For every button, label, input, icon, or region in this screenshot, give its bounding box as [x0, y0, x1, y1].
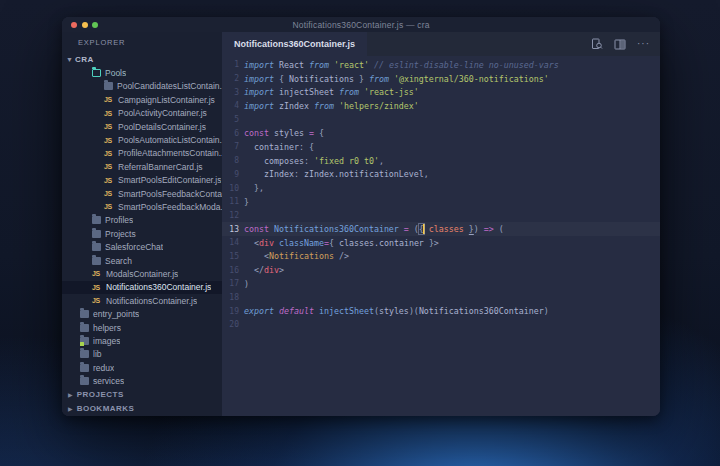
tree-item-helpers[interactable]: helpers: [62, 321, 222, 334]
tree-item-pools[interactable]: Pools: [62, 66, 222, 79]
code-line-16[interactable]: 16 </div>: [222, 263, 660, 277]
code-line-text: import zIndex from 'helpers/zindex': [240, 101, 419, 111]
editor-pane: Notifications360Container.js: [222, 32, 660, 416]
folder-icon: [80, 377, 89, 385]
code-line-text: container: {: [240, 142, 314, 152]
js-file-icon: JS: [104, 163, 114, 170]
js-file-icon: JS: [104, 203, 114, 210]
tree-item-lib[interactable]: lib: [62, 348, 222, 361]
line-number: 2: [222, 74, 240, 83]
code-line-10[interactable]: 10 },: [222, 181, 660, 195]
tree-item-projects[interactable]: Projects: [62, 227, 222, 240]
code-line-text: <Notifications />: [240, 251, 349, 261]
code-line-text: </div>: [240, 265, 284, 275]
tree-item-smartpoolsfeedbackconta-[interactable]: JSSmartPoolsFeedbackConta...: [62, 187, 222, 200]
code-line-9[interactable]: 9 zIndex: zIndex.notificationLevel,: [222, 168, 660, 182]
line-number: 11: [222, 197, 240, 206]
close-button[interactable]: [71, 22, 77, 28]
tree-item-notifications360container-js[interactable]: JSNotifications360Container.js: [62, 281, 222, 294]
code-line-18[interactable]: 18: [222, 291, 660, 305]
tree-item-label: entry_points: [93, 309, 139, 319]
tree-root-cra[interactable]: ▼ CRA: [62, 53, 222, 66]
tree-item-poolactivitycontainer-js[interactable]: JSPoolActivityContainer.js: [62, 107, 222, 120]
code-line-14[interactable]: 14 <div className={ classes.container }>: [222, 236, 660, 250]
tree-item-label: PoolCandidatesListContain...: [117, 81, 222, 91]
line-number: 5: [222, 115, 240, 124]
tree-item-label: services: [93, 376, 124, 386]
minimize-button[interactable]: [82, 22, 88, 28]
code-line-text: <div className={ classes.container }>: [240, 238, 439, 248]
tree-item-poolsautomaticlistcontain-[interactable]: JSPoolsAutomaticListContain...: [62, 133, 222, 146]
tree-item-pooldetailscontainer-js[interactable]: JSPoolDetailsContainer.js: [62, 120, 222, 133]
traffic-lights: [71, 17, 98, 32]
tree-item-label: Notifications360Container.js: [106, 282, 211, 292]
code-line-7[interactable]: 7 container: {: [222, 140, 660, 154]
tab-title: Notifications360Container.js: [234, 39, 355, 49]
code-area[interactable]: 1import React from 'react' // eslint-dis…: [222, 56, 660, 416]
tab-notifications360container[interactable]: Notifications360Container.js: [222, 32, 367, 56]
tree-item-poolcandidateslistcontain-[interactable]: PoolCandidatesListContain...: [62, 80, 222, 93]
folder-icon: [92, 243, 101, 251]
chevron-down-icon: ▼: [66, 56, 75, 63]
folder-icon: [92, 230, 101, 238]
code-line-1[interactable]: 1import React from 'react' // eslint-dis…: [222, 58, 660, 72]
tree-item-campaignlistcontainer-js[interactable]: JSCampaignListContainer.js: [62, 93, 222, 106]
code-line-6[interactable]: 6const styles = {: [222, 126, 660, 140]
code-line-5[interactable]: 5: [222, 113, 660, 127]
folder-icon: [104, 82, 113, 90]
tree-item-services[interactable]: services: [62, 374, 222, 387]
js-file-icon: JS: [104, 123, 114, 130]
tree-item-salesforcechat[interactable]: SalesforceChat: [62, 240, 222, 253]
tree-item-label: Projects: [105, 229, 136, 239]
tree-item-notificationscontainer-js[interactable]: JSNotificationsContainer.js: [62, 294, 222, 307]
code-line-20[interactable]: 20: [222, 318, 660, 332]
section-bookmarks[interactable]: ▶BOOKMARKS: [62, 401, 222, 415]
title-bar[interactable]: Notifications360Container.js — cra: [62, 17, 660, 32]
js-file-icon: JS: [104, 177, 114, 184]
code-line-8[interactable]: 8 composes: 'fixed r0 t0',: [222, 154, 660, 168]
tree-item-search[interactable]: Search: [62, 254, 222, 267]
js-file-icon: JS: [104, 190, 114, 197]
folder-icon: [80, 310, 89, 318]
more-actions-icon[interactable]: ···: [637, 41, 650, 47]
zoom-button[interactable]: [92, 22, 98, 28]
js-file-icon: JS: [104, 150, 114, 157]
tree-item-label: Profiles: [105, 215, 133, 225]
line-number: 20: [222, 320, 240, 329]
code-line-19[interactable]: 19export default injectSheet(styles)(Not…: [222, 304, 660, 318]
section-projects[interactable]: ▶PROJECTS: [62, 388, 222, 402]
tree-item-label: PoolActivityContainer.js: [118, 108, 207, 118]
js-file-icon: JS: [104, 137, 114, 144]
tree-item-images[interactable]: images: [62, 334, 222, 347]
open-preview-icon[interactable]: [591, 38, 603, 50]
code-line-3[interactable]: 3import injectSheet from 'react-jss': [222, 85, 660, 99]
code-line-text: const styles = {: [240, 128, 324, 138]
code-line-13[interactable]: 13const Notifications360Container = ({ c…: [222, 222, 660, 236]
line-number: 7: [222, 142, 240, 151]
tree-item-entry-points[interactable]: entry_points: [62, 307, 222, 320]
code-line-11[interactable]: 11}: [222, 195, 660, 209]
code-line-12[interactable]: 12: [222, 209, 660, 223]
line-number: 12: [222, 211, 240, 220]
tree-item-label: CampaignListContainer.js: [118, 95, 215, 105]
tree-item-profileattachmentscontain-[interactable]: JSProfileAttachmentsContain...: [62, 147, 222, 160]
code-line-15[interactable]: 15 <Notifications />: [222, 250, 660, 264]
line-number: 10: [222, 184, 240, 193]
tab-bar: Notifications360Container.js: [222, 32, 660, 56]
tree-item-modalscontainer-js[interactable]: JSModalsContainer.js: [62, 267, 222, 280]
tree-item-referralbannercard-js[interactable]: JSReferralBannerCard.js: [62, 160, 222, 173]
folder-icon: [80, 350, 89, 358]
code-line-4[interactable]: 4import zIndex from 'helpers/zindex': [222, 99, 660, 113]
open-folder-icon: [92, 69, 101, 77]
tree-item-profiles[interactable]: Profiles: [62, 214, 222, 227]
line-number: 15: [222, 252, 240, 261]
split-editor-icon[interactable]: [614, 39, 626, 50]
tree-item-redux[interactable]: redux: [62, 361, 222, 374]
tree-item-smartpoolsfeedbackmoda-[interactable]: JSSmartPoolsFeedbackModa...: [62, 200, 222, 213]
code-line-2[interactable]: 2import { Notifications } from '@xingter…: [222, 72, 660, 86]
tree-item-smartpoolseditcontainer-js[interactable]: JSSmartPoolsEditContainer.js: [62, 174, 222, 187]
js-file-icon: JS: [104, 96, 114, 103]
code-line-17[interactable]: 17): [222, 277, 660, 291]
line-number: 1: [222, 60, 240, 69]
line-number: 19: [222, 307, 240, 316]
